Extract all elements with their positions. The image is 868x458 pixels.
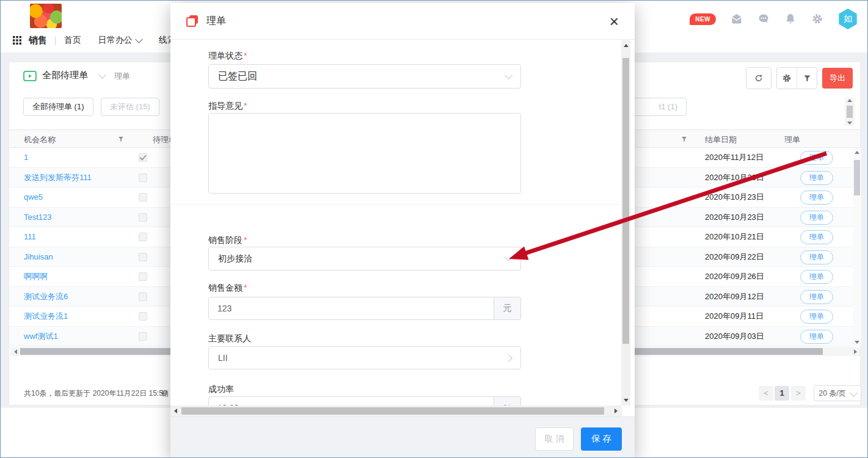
scrollbar-thumb[interactable] (622, 58, 629, 344)
modal-body: 理单状态* 已签已回 指导意见* 销售阶段* 初步接洽 销售金额* 元 (170, 40, 622, 405)
date-filter-funnel-icon[interactable] (680, 136, 688, 143)
app-root: 销售 | 首页 日常办公 线索 NEW 如 (0, 0, 868, 458)
liduan-action-button[interactable]: 理单 (800, 151, 833, 165)
guidance-textarea[interactable] (208, 113, 521, 194)
pending-checkbox[interactable] (139, 293, 147, 301)
column-settings-button[interactable] (777, 68, 797, 89)
app-logo[interactable] (30, 4, 62, 28)
pending-checkbox[interactable] (139, 312, 147, 321)
pending-checkbox[interactable] (139, 233, 147, 241)
page-size-select[interactable]: 20 条/页 (814, 385, 861, 401)
liduan-action-button[interactable]: 理单 (800, 230, 833, 244)
mail-icon[interactable] (731, 13, 743, 25)
pending-checkbox[interactable] (139, 193, 147, 202)
status-select[interactable]: 已签已回 (208, 64, 521, 89)
tab-unevaluated[interactable]: 未评估 (15) (101, 98, 159, 116)
liduan-action-button[interactable]: 理单 (800, 310, 833, 324)
scroll-left-icon[interactable] (174, 409, 177, 413)
close-date-cell: 2020年09月22日 (705, 247, 764, 266)
close-date-cell: 2020年10月26日 (705, 168, 764, 187)
opportunity-name-link[interactable]: 测试业务流6 (24, 287, 68, 306)
chat-icon[interactable] (757, 13, 770, 25)
export-button[interactable]: 导出 (822, 68, 853, 89)
cancel-button[interactable]: 取 消 (535, 427, 574, 451)
modal-vertical-scrollbar[interactable] (621, 40, 630, 405)
scroll-down-icon[interactable] (847, 122, 852, 125)
scroll-down-icon[interactable] (855, 341, 859, 344)
modal-footer: 取 消 保 存 (170, 416, 635, 458)
opportunity-name-link[interactable]: wwf测试1 (24, 327, 58, 346)
liduan-action-button[interactable]: 理单 (800, 211, 833, 225)
table-vertical-scrollbar[interactable] (853, 148, 861, 346)
contact-picker[interactable]: LII (208, 346, 521, 369)
bell-icon[interactable] (784, 13, 797, 25)
filter-funnel-icon (803, 74, 812, 83)
page-prev-button[interactable]: < (759, 386, 773, 401)
modal-title-icon (186, 15, 198, 27)
opportunity-name-link[interactable]: 发送到发斯蒂芬111 (24, 168, 92, 187)
chevron-down-icon (505, 71, 512, 79)
refresh-icon (754, 73, 764, 83)
pending-checkbox[interactable] (139, 153, 147, 162)
nav-item-daily-work[interactable]: 日常办公 (98, 35, 142, 46)
opportunity-name-link[interactable]: Test123 (24, 208, 52, 227)
scrollbar-thumb[interactable] (854, 160, 860, 195)
scroll-up-icon[interactable] (855, 151, 859, 154)
scroll-up-icon[interactable] (624, 44, 629, 47)
liduan-action-button[interactable]: 理单 (800, 290, 833, 304)
liduan-modal: 理单 × 理单状态* 已签已回 指导意见* 销售阶段* 初步接洽 销售金额* (170, 3, 635, 458)
refresh-button[interactable] (746, 67, 771, 89)
success-rate-input[interactable] (208, 396, 494, 405)
pending-checkbox[interactable] (139, 253, 147, 261)
column-header-action[interactable]: 理单 (784, 134, 800, 145)
amount-input[interactable] (208, 297, 494, 320)
pending-checkbox[interactable] (139, 332, 147, 341)
close-date-cell: 2020年10月23日 (705, 208, 764, 227)
tabs-scrollbar[interactable] (845, 98, 855, 126)
new-badge[interactable]: NEW (690, 13, 716, 25)
modal-title: 理单 (206, 15, 226, 27)
column-header-name[interactable]: 机会名称 (24, 134, 56, 145)
liduan-action-button[interactable]: 理单 (800, 330, 833, 344)
page-current[interactable]: 1 (775, 386, 789, 401)
avatar[interactable]: 如 (838, 9, 858, 29)
save-button[interactable]: 保 存 (581, 427, 622, 451)
filter-button[interactable] (797, 68, 817, 89)
pending-checkbox[interactable] (139, 173, 147, 182)
modal-header: 理单 × (170, 3, 635, 40)
pending-checkbox[interactable] (139, 213, 147, 222)
pending-checkbox[interactable] (139, 272, 147, 281)
page-next-button[interactable]: > (791, 386, 806, 401)
scrollbar-thumb[interactable] (181, 407, 604, 415)
liduan-action-button[interactable]: 理单 (800, 191, 833, 205)
opportunity-name-link[interactable]: 111 (24, 227, 36, 246)
close-icon[interactable]: × (610, 15, 619, 27)
scroll-down-icon[interactable] (624, 399, 629, 402)
opportunity-name-link[interactable]: qwe5 (24, 187, 43, 206)
liduan-action-button[interactable]: 理单 (800, 250, 833, 264)
scroll-up-icon[interactable] (847, 99, 852, 102)
liduan-action-button[interactable]: 理单 (800, 270, 833, 284)
modal-horizontal-scrollbar[interactable] (170, 405, 622, 416)
stage-select[interactable]: 初步接洽 (208, 247, 521, 271)
name-filter-funnel-icon[interactable] (117, 136, 125, 143)
close-date-cell: 2020年09月26日 (705, 267, 764, 286)
nav-item-home[interactable]: 首页 (64, 35, 81, 46)
scrollbar-thumb[interactable] (847, 106, 853, 118)
opportunity-name-link[interactable]: 啊啊啊 (24, 267, 48, 286)
scroll-right-icon[interactable] (854, 349, 857, 354)
column-header-close-date[interactable]: 结单日期 (705, 134, 737, 145)
scroll-right-icon[interactable] (615, 409, 618, 413)
opportunity-name-link[interactable]: Jihuisan (24, 247, 53, 266)
liduan-action-button[interactable]: 理单 (800, 171, 833, 185)
opportunity-name-link[interactable]: 1 (24, 148, 28, 167)
opportunity-name-link[interactable]: 测试业务流1 (24, 307, 68, 325)
gear-icon[interactable] (811, 13, 823, 25)
scroll-left-icon[interactable] (14, 349, 17, 354)
apps-grid-icon[interactable] (13, 36, 21, 45)
brand-label: 销售 (29, 35, 47, 46)
view-chevron-down-icon[interactable] (98, 71, 106, 79)
tab-all-pending[interactable]: 全部待理单 (1) (23, 98, 93, 116)
chevron-down-icon (850, 389, 858, 397)
view-title[interactable]: 全部待理单 (42, 70, 88, 81)
